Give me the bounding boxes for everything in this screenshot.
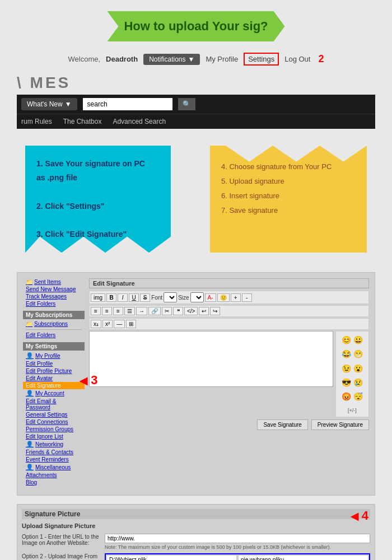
whats-new-button[interactable]: What's New ▼ [21, 98, 77, 110]
font-select[interactable] [164, 292, 177, 302]
search-icon: 🔍 [183, 100, 191, 108]
sig-option-1-note: Note: The maximum size of your custom im… [105, 544, 370, 550]
preview-signature-btn[interactable]: Preview Signature [311, 419, 369, 430]
step-2-number: 2 [318, 53, 324, 65]
forum-rules-link[interactable]: rum Rules [21, 118, 52, 125]
chatbox-link[interactable]: The Chatbox [63, 118, 102, 125]
sup-btn[interactable]: x² [102, 320, 113, 328]
link-btn[interactable]: 🔗 [148, 307, 161, 315]
underline-button[interactable]: U [129, 293, 139, 302]
my-profile-sidebar[interactable]: 👤 My Profile [23, 352, 85, 360]
my-profile-link[interactable]: My Profile [206, 55, 238, 63]
settings-link[interactable]: Settings [244, 53, 279, 66]
list-btn[interactable]: ☰ [124, 307, 135, 315]
whats-new-label: What's New [27, 100, 63, 108]
attachments-link[interactable]: Attachments [23, 472, 85, 479]
logo-area: \ MES [0, 71, 392, 95]
step-4-arrow: ◀ [351, 511, 358, 522]
yellow-line3: 6. Insert signature [221, 189, 356, 203]
sig-file-name-input[interactable] [239, 556, 368, 560]
general-settings-link[interactable]: General Settings [23, 411, 85, 418]
miscellaneous-label: Miscellaneous [35, 464, 71, 470]
save-signature-btn[interactable]: Save Signature [257, 419, 307, 430]
advanced-search-link[interactable]: Advanced Search [113, 118, 166, 125]
step-4-number: ◀ 4 [351, 508, 368, 523]
edit-folders-link[interactable]: Edit Folders [23, 300, 85, 307]
permission-groups-link[interactable]: Permission Groups [23, 426, 85, 433]
align-left-btn[interactable]: ≡ [91, 307, 101, 315]
my-settings-section: My Settings 👤 My Profile Edit Profile Ed… [23, 342, 85, 486]
username: Deadroth [106, 55, 138, 63]
my-subscriptions-section: My Subscriptions 📁 Subscriptions Edit Fo… [23, 311, 85, 339]
indent-btn[interactable]: → [136, 307, 147, 315]
signature-editor[interactable] [89, 331, 333, 387]
toolbar-row-2: ≡ ≡ ≡ ☰ → 🔗 ✂ ❝ </> ↩ ↪ [89, 305, 369, 317]
send-message-link[interactable]: Send New Message [23, 286, 85, 293]
img-button[interactable]: img [91, 293, 105, 302]
person-icon4: 👤 [26, 464, 34, 471]
my-account-label: My Account [35, 390, 64, 396]
undo-btn[interactable]: ↩ [199, 307, 209, 315]
size-select[interactable] [190, 292, 204, 302]
edit-signature-link[interactable]: Edit Signature [23, 382, 85, 389]
quote-btn[interactable]: ❝ [173, 307, 183, 315]
edit-profile-link[interactable]: Edit Profile [23, 360, 85, 367]
font-label: Font [151, 295, 162, 301]
strikethrough-button[interactable]: S [140, 293, 150, 302]
align-center-btn[interactable]: ≡ [102, 307, 112, 315]
networking-sidebar[interactable]: 👤 Networking [23, 440, 85, 449]
nav-bar: Welcome, Deadroth Notifications ▼ My Pro… [0, 47, 392, 71]
welcome-text: Welcome, [68, 55, 101, 63]
subscriptions-header: My Subscriptions [23, 311, 85, 319]
subscriptions-link[interactable]: 📁 Subscriptions [23, 320, 85, 328]
hr-btn[interactable]: — [114, 320, 125, 328]
sig-upload-header: Upload Signature Picture [22, 522, 370, 529]
edit-avatar-link[interactable]: Edit Avatar [23, 375, 85, 382]
dropdown-arrow: ▼ [65, 100, 72, 108]
banner-area: How to upload Your sig? [0, 0, 392, 47]
table-btn[interactable]: ⊞ [126, 320, 136, 328]
blog-link[interactable]: Blog [23, 479, 85, 486]
toolbar-row-3: x₂ x² — ⊞ [89, 318, 369, 330]
main-edit-sig-content: Edit Signature img B I U S Font Size A- … [89, 278, 369, 489]
forum-nav: What's New ▼ 🔍 rum Rules The Chatbox Adv… [17, 95, 375, 129]
toolbar-row-1: img B I U S Font Size A- 🙂 + - [89, 291, 369, 304]
sig-option-1-row: Option 1 - Enter the URL to the Image on… [22, 534, 370, 550]
event-reminders-link[interactable]: Event Reminders [23, 456, 85, 463]
track-messages-link[interactable]: Track Messages [23, 293, 85, 300]
search-input[interactable] [83, 98, 172, 110]
sub-btn[interactable]: x₂ [91, 320, 101, 328]
sidebar-divider1 [26, 329, 82, 330]
edit-folders-link2[interactable]: Edit Folders [23, 332, 85, 339]
bold-button[interactable]: B [106, 293, 116, 302]
settings-sidebar: 📁 Sent Items Send New Message Track Mess… [23, 278, 85, 489]
person-icon: 👤 [26, 352, 34, 360]
edit-connections-link[interactable]: Edit Connections [23, 418, 85, 426]
unlink-btn[interactable]: ✂ [162, 307, 172, 315]
search-button[interactable]: 🔍 [178, 98, 195, 110]
notifications-btn[interactable]: Notifications ▼ [143, 54, 200, 65]
forum-nav-bottom: rum Rules The Chatbox Advanced Search [17, 114, 375, 129]
align-right-btn[interactable]: ≡ [113, 307, 123, 315]
networking-label: Networking [35, 441, 63, 447]
sent-items-link[interactable]: 📁 Sent Items [23, 278, 85, 286]
emoji-button[interactable]: 🙂 [217, 293, 230, 302]
extra-btn1[interactable]: + [231, 293, 241, 302]
edit-profile-picture-link[interactable]: Edit Profile Picture [23, 367, 85, 375]
italic-button[interactable]: I [118, 293, 128, 302]
yellow-banner: 4. Choose signature from Your PC 5. Uplo… [210, 146, 367, 253]
redo-btn[interactable]: ↪ [210, 307, 220, 315]
color-button[interactable]: A- [205, 293, 216, 302]
sig-file-path-input[interactable] [107, 556, 236, 560]
sent-items-section: 📁 Sent Items Send New Message Track Mess… [23, 278, 85, 307]
miscellaneous-sidebar[interactable]: 👤 Miscellaneous [23, 463, 85, 472]
logout-link[interactable]: Log Out [284, 55, 310, 63]
edit-ignore-link[interactable]: Edit Ignore List [23, 433, 85, 440]
sig-url-input[interactable] [105, 534, 370, 543]
friends-link[interactable]: Friends & Contacts [23, 449, 85, 456]
forum-nav-top: What's New ▼ 🔍 [17, 95, 375, 114]
edit-email-link[interactable]: Edit Email & Password [23, 398, 85, 411]
extra-btn2[interactable]: - [242, 293, 252, 302]
my-account-sidebar[interactable]: 👤 My Account [23, 389, 85, 398]
code-btn[interactable]: </> [184, 307, 198, 315]
